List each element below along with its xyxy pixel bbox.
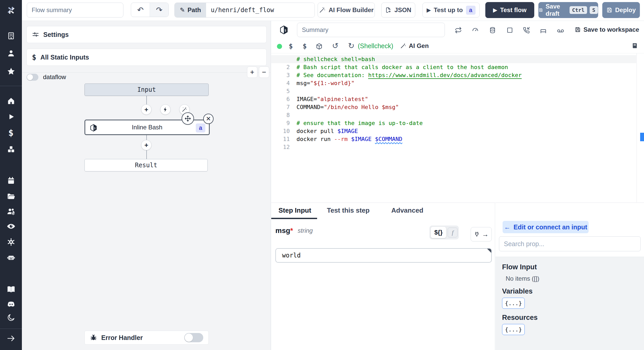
resources-heading: Resources [502,314,538,322]
code-line[interactable]: msg="${1:-world}" [296,79,636,87]
dark-mode-moon-icon[interactable] [7,313,15,322]
schedules-calendar-icon[interactable] [7,177,15,185]
path-input[interactable] [206,3,315,17]
sleep-bed-icon[interactable] [540,27,547,34]
input-mode-toggle: ${} f [429,226,459,239]
docs-book-small-icon[interactable] [631,42,638,49]
home-icon[interactable] [7,97,15,105]
settings-gear-icon[interactable] [7,238,15,246]
connect-input-button[interactable]: → [471,227,492,241]
cache-database-icon[interactable] [489,27,496,34]
code-lines[interactable]: # shellcheck shell=bash# Bash script tha… [296,55,636,151]
windmill-logo-icon[interactable] [6,5,16,15]
code-line[interactable]: IMAGE="alpine:latest" [296,95,636,103]
bash-lang-icon: $ [279,25,289,35]
error-handler-toggle[interactable] [184,333,203,342]
test-up-to-label: Test up to [434,6,463,14]
undo-button[interactable]: ↶ [131,3,150,17]
workers-robot-icon[interactable] [7,253,15,262]
docs-book-icon[interactable] [6,285,16,294]
code-line[interactable] [296,87,636,95]
flow-settings-button[interactable]: Settings [27,26,267,43]
code-line[interactable]: docker pull $IMAGE [296,127,636,135]
groups-users-gear-icon[interactable] [6,207,16,216]
suspend-phone-incoming-icon[interactable] [523,27,530,34]
code-line[interactable] [296,143,636,151]
minus-icon: − [262,68,266,76]
voicemail-icon[interactable] [557,27,564,35]
trigger-bolt-button[interactable] [160,104,171,115]
template-mode-button[interactable]: ${} [431,227,446,238]
reload-refresh-icon[interactable]: ↻ [348,41,354,50]
rail-divider-bottom [0,329,22,329]
test-flow-button[interactable]: ▶ Test flow [485,2,534,18]
tab-advanced[interactable]: Advanced [391,206,423,214]
node-badge: a [196,123,205,132]
folders-icon[interactable] [7,192,15,201]
zoom-out-button[interactable]: − [259,66,269,78]
function-mode-button[interactable]: f [448,228,457,237]
field-value-editor[interactable]: world [275,248,492,263]
left-rail: $ [0,0,22,350]
json-button[interactable]: JSON [381,3,415,18]
add-variable-dollar-icon[interactable]: $ [289,42,293,50]
add-step-button-2[interactable]: + [141,140,151,150]
variables-braces-button[interactable]: {...} [502,298,525,309]
favorites-star-icon[interactable] [7,67,15,76]
redo-button[interactable]: ↷ [150,3,168,17]
deploy-button[interactable]: Deploy [602,2,640,18]
audit-eye-icon[interactable] [6,222,16,231]
early-stop-gauge-icon[interactable] [472,27,479,34]
script-editor: $ Save t [271,21,644,202]
dataflow-toggle[interactable] [27,74,38,81]
variables-dollar-icon[interactable]: $ [8,128,13,138]
graph-node-result[interactable]: Result [84,159,208,171]
add-resource-dollar-icon[interactable]: $ [303,42,307,50]
runs-play-icon[interactable] [7,113,15,121]
code-line[interactable]: docker run --rm $IMAGE $COMMAND [296,135,636,143]
retries-repeat-icon[interactable] [455,27,462,34]
edit-or-connect-button[interactable]: ← Edit or connect an input [503,221,589,233]
mock-square-icon[interactable] [506,27,513,34]
collapse-arrow-right-icon[interactable] [7,334,15,343]
move-node-handle[interactable] [182,112,194,125]
resources-braces-button[interactable]: {...} [502,324,525,335]
save-workspace-icon [575,27,581,33]
tab-test-this-step[interactable]: Test this step [327,206,370,214]
code-line[interactable]: COMMAND="/bin/echo Hello $msg" [296,103,636,111]
save-to-workspace-button[interactable]: Save to workspace [575,26,639,33]
discord-icon[interactable] [6,300,16,309]
cube-box-icon[interactable] [316,43,323,50]
code-line[interactable] [296,111,636,119]
all-static-inputs-button[interactable]: $ All Static Inputs [27,49,267,66]
graph-node-input[interactable]: Input [84,84,209,96]
path-label: Path [188,6,201,14]
ai-flow-builder-button[interactable]: AI Flow Builder [318,3,375,18]
pencil-icon: ✎ [180,6,185,14]
code-editor[interactable]: 123456789101112 # shellcheck shell=bash#… [271,53,644,202]
save-draft-button[interactable]: Save draft Ctrl S [538,2,598,18]
svg-text:$: $ [94,127,96,130]
shellcheck-link[interactable]: (Shellcheck) [358,42,393,50]
code-line[interactable]: # shellcheck shell=bash [296,55,636,63]
undo-redo-group: ↶ ↷ [131,3,169,17]
error-handler-node[interactable]: Error Handler [84,331,209,345]
flow-summary-input[interactable] [27,3,123,18]
code-line[interactable]: # See documentation: https://www.windmil… [296,71,636,79]
test-up-to-button[interactable]: ▶ Test up to a [422,3,480,18]
resources-cubes-icon[interactable] [7,145,15,154]
tab-step-input[interactable]: Step Input [278,206,311,214]
bash-icon: $ [89,124,98,132]
code-line[interactable]: # ensure that the image is up-to-date [296,119,636,127]
path-button[interactable]: ✎ Path [175,3,206,17]
step-summary-input[interactable] [297,23,445,37]
add-step-button-1[interactable]: + [141,104,151,115]
reset-undo-icon[interactable]: ↺ [332,41,338,50]
search-prop-input[interactable] [499,236,641,251]
user-icon[interactable] [7,49,15,57]
ai-gen-button[interactable]: AI Gen [400,42,429,49]
zoom-in-button[interactable]: + [247,66,257,78]
workspace-building-icon[interactable] [7,32,15,40]
delete-node-button[interactable]: ✕ [203,114,214,124]
code-line[interactable]: # Bash script that calls docker as a cli… [296,63,636,71]
